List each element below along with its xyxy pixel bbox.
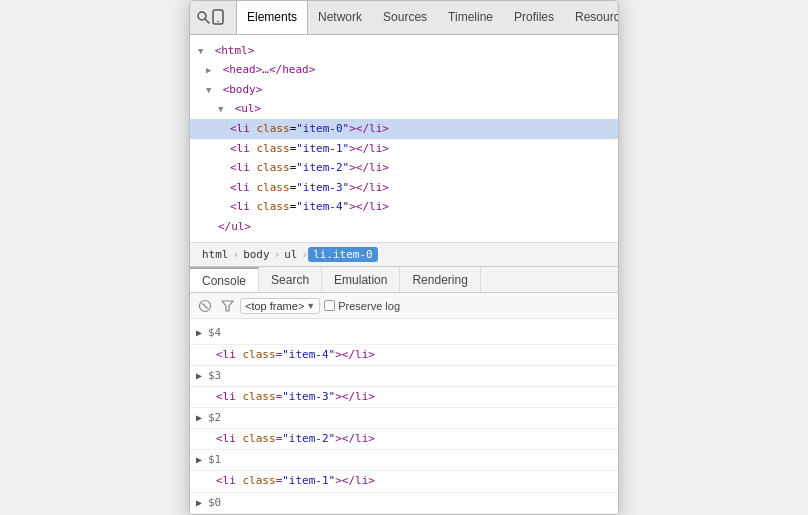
console-val: <li class="item-2"></li> bbox=[216, 430, 375, 448]
breadcrumb-html[interactable]: html bbox=[198, 248, 233, 261]
console-row: <li class="item-0"></li> bbox=[190, 514, 618, 515]
expand-icon[interactable]: ▶ bbox=[190, 367, 208, 385]
console-row: <li class="item-4"></li> bbox=[190, 345, 618, 366]
expand-icon[interactable]: ▶ bbox=[190, 324, 208, 342]
console-val: <li class="item-4"></li> bbox=[216, 346, 375, 364]
dom-line[interactable]: <li class="item-4"></li> bbox=[190, 197, 618, 217]
console-row: <li class="item-2"></li> bbox=[190, 429, 618, 450]
svg-marker-6 bbox=[222, 301, 233, 311]
expand-icon[interactable]: ▶ bbox=[190, 409, 208, 427]
tab-search[interactable]: Search bbox=[259, 267, 322, 292]
console-var: $0 bbox=[208, 494, 221, 512]
console-row[interactable]: ▶ $1 bbox=[190, 450, 618, 471]
breadcrumb-ul[interactable]: ul bbox=[280, 248, 301, 261]
breadcrumb-sep: › bbox=[233, 248, 240, 261]
svg-line-1 bbox=[206, 20, 210, 24]
dom-line-highlighted[interactable]: <li class="item-0"></li> bbox=[190, 119, 618, 139]
console-var: $1 bbox=[208, 451, 221, 469]
tab-network[interactable]: Network bbox=[308, 1, 373, 34]
tab-rendering[interactable]: Rendering bbox=[400, 267, 480, 292]
tab-resources[interactable]: Resources bbox=[565, 1, 619, 34]
breadcrumb-sep3: › bbox=[302, 248, 309, 261]
filter-icon[interactable] bbox=[218, 297, 236, 315]
console-row: <li class="item-1"></li> bbox=[190, 471, 618, 492]
svg-point-3 bbox=[217, 21, 219, 23]
search-icon[interactable] bbox=[196, 5, 210, 29]
breadcrumb: html › body › ul › li.item-0 bbox=[190, 243, 618, 267]
main-toolbar: Elements Network Sources Timeline Profil… bbox=[190, 1, 618, 35]
svg-line-5 bbox=[203, 303, 208, 308]
tab-timeline[interactable]: Timeline bbox=[438, 1, 504, 34]
svg-point-0 bbox=[198, 12, 206, 20]
tab-console[interactable]: Console bbox=[190, 267, 259, 292]
dom-line[interactable]: ▼ <ul> bbox=[190, 99, 618, 119]
frame-dropdown-icon: ▼ bbox=[306, 301, 315, 311]
dom-panel: ▼ <html> ▶ <head>…</head> ▼ <body> ▼ <ul… bbox=[190, 35, 618, 244]
preserve-log-toggle[interactable]: Preserve log bbox=[324, 300, 400, 312]
expand-icon[interactable]: ▶ bbox=[190, 451, 208, 469]
console-output: ▶ $4 <li class="item-4"></li> ▶ $3 <li c… bbox=[190, 319, 618, 514]
tab-emulation[interactable]: Emulation bbox=[322, 267, 400, 292]
tab-profiles[interactable]: Profiles bbox=[504, 1, 565, 34]
console-row[interactable]: ▶ $4 bbox=[190, 323, 618, 344]
console-val: <li class="item-1"></li> bbox=[216, 472, 375, 490]
preserve-log-checkbox[interactable] bbox=[324, 300, 335, 311]
toolbar-tabs: Elements Network Sources Timeline Profil… bbox=[236, 1, 619, 34]
dom-line[interactable]: ▼ <html> bbox=[190, 41, 618, 61]
console-row[interactable]: ▶ $0 bbox=[190, 493, 618, 514]
breadcrumb-body[interactable]: body bbox=[239, 248, 274, 261]
dom-line[interactable]: ▶ <head>…</head> bbox=[190, 60, 618, 80]
console-row[interactable]: ▶ $3 bbox=[190, 366, 618, 387]
breadcrumb-li-item0[interactable]: li.item-0 bbox=[308, 247, 378, 262]
devtools-window: Elements Network Sources Timeline Profil… bbox=[189, 0, 619, 515]
dom-line[interactable]: <li class="item-2"></li> bbox=[190, 158, 618, 178]
console-var: $4 bbox=[208, 324, 221, 342]
dom-line[interactable]: </ul> bbox=[190, 217, 618, 237]
console-var: $3 bbox=[208, 367, 221, 385]
clear-icon[interactable] bbox=[196, 297, 214, 315]
console-row[interactable]: ▶ $2 bbox=[190, 408, 618, 429]
breadcrumb-sep2: › bbox=[274, 248, 281, 261]
console-var: $2 bbox=[208, 409, 221, 427]
console-row: <li class="item-3"></li> bbox=[190, 387, 618, 408]
console-val: <li class="item-3"></li> bbox=[216, 388, 375, 406]
dom-line[interactable]: <li class="item-3"></li> bbox=[190, 178, 618, 198]
tab-sources[interactable]: Sources bbox=[373, 1, 438, 34]
frame-label: <top frame> bbox=[245, 300, 304, 312]
console-tabs: Console Search Emulation Rendering bbox=[190, 267, 618, 293]
console-toolbar: <top frame> ▼ Preserve log bbox=[190, 293, 618, 319]
mobile-icon[interactable] bbox=[212, 5, 224, 29]
tab-elements[interactable]: Elements bbox=[236, 1, 308, 34]
expand-icon[interactable]: ▶ bbox=[190, 494, 208, 512]
preserve-log-label: Preserve log bbox=[338, 300, 400, 312]
dom-line[interactable]: ▼ <body> bbox=[190, 80, 618, 100]
dom-line[interactable]: <li class="item-1"></li> bbox=[190, 139, 618, 159]
frame-select[interactable]: <top frame> ▼ bbox=[240, 298, 320, 314]
